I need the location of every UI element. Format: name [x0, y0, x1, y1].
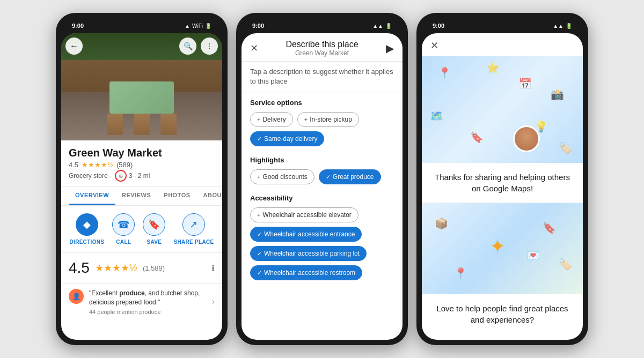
rating-big-row: 4.5 ★★★★½ (1,589) ℹ [69, 259, 215, 277]
save-label: SAVE [147, 239, 162, 245]
status-icons-1: ▲ WiFi 🔋 [185, 23, 211, 29]
share-button[interactable]: ↗ SHARE PLACE [173, 213, 214, 245]
describe-content: Service options + Delivery + In-store pi… [241, 92, 402, 340]
thanks-text-box-2: Love to help people find great places an… [422, 294, 583, 334]
highlights-section: Highlights + Good discounts ✓ Great prod… [241, 150, 402, 188]
place-info: Green Way Market 4.5 ★★★★½ (589) Grocery… [61, 140, 222, 187]
share-label: SHARE PLACE [173, 239, 214, 245]
review-chevron: › [212, 297, 215, 307]
service-chips: + Delivery + In-store pickup ✓ Same-day … [250, 112, 394, 146]
close-button[interactable]: ✕ [250, 42, 258, 54]
rating-row: 4.5 ★★★★½ (589) [69, 161, 215, 169]
more-button[interactable]: ⋮ [201, 38, 218, 55]
describe-header: ✕ Describe this place Green Way Market ▶ [241, 33, 402, 62]
chip-discounts[interactable]: + Good discounts [250, 169, 314, 184]
check-icon-3: ✓ [257, 231, 262, 238]
user-avatar [513, 125, 540, 152]
back-button[interactable] [65, 38, 83, 55]
highlights-chips: + Good discounts ✓ Great produce [250, 169, 394, 184]
place-meta: Grocery store · ⊕ 3 · 2 mi [69, 170, 215, 182]
rating-big-count: (1,589) [143, 264, 165, 272]
save-button[interactable]: 🔖 SAVE [143, 213, 165, 245]
call-icon: ☎ [112, 213, 135, 236]
chip-restroom-label: Wheelchair accessible restroom [264, 269, 355, 277]
chip-entrance[interactable]: ✓ Wheelchair accessible entrance [250, 227, 362, 242]
tabs-row: OVERVIEW REVIEWS PHOTOS ABOUT [61, 187, 222, 206]
accessibility-section: Accessibility + Wheelchair accessible el… [241, 188, 402, 284]
call-label: CALL [116, 239, 131, 245]
category: Grocery store [69, 172, 108, 180]
scatter2-4: 🔖 [543, 221, 556, 234]
photo-table [109, 81, 174, 114]
chip-delivery-label: Delivery [262, 116, 286, 123]
save-icon: 🔖 [143, 213, 165, 236]
scatter-icon-3: 🗺️ [430, 109, 443, 122]
scatter-icon-2: 📅 [518, 77, 532, 90]
thanks-text-box: Thanks for sharing and helping others on… [422, 163, 583, 203]
phone-2: 9:00 ▲▲ 🔋 ✕ Describe this place Green Wa… [236, 13, 408, 345]
thanks-illustration-top: 📍 📅 🗺️ 💡 📸 🔖 ⭐ 🏷️ [422, 56, 583, 163]
thanks-close-button[interactable]: ✕ [430, 40, 438, 51]
chip-parking[interactable]: ✓ Wheelchair accessible parking lot [250, 246, 367, 261]
scatter-icon-7: ⭐ [486, 61, 500, 74]
plus-icon: + [257, 116, 260, 123]
scatter2-1: 📦 [435, 217, 448, 230]
chip-restroom[interactable]: ✓ Wheelchair accessible restroom [250, 265, 362, 280]
search-button[interactable]: 🔍 [179, 38, 196, 55]
accessibility-title: Accessibility [250, 194, 394, 202]
photo-actions: 🔍 ⋮ [179, 38, 218, 55]
thanks-second-text: Love to help people find great places an… [433, 303, 572, 325]
distance: 3 · 2 mi [129, 172, 150, 180]
scatter-icons: 📍 📅 🗺️ 💡 📸 🔖 ⭐ 🏷️ [422, 56, 583, 163]
review-content: "Excellent produce, and butcher shop, de… [89, 289, 207, 315]
check-icon-2: ✓ [326, 174, 331, 181]
review-snippet[interactable]: 👤 "Excellent produce, and butcher shop, … [61, 284, 222, 320]
tab-photos[interactable]: PHOTOS [157, 187, 196, 205]
chair-3 [160, 114, 177, 135]
review-count: (589) [116, 161, 133, 169]
scatter-icon-1: 📍 [438, 66, 451, 79]
chair-1 [107, 114, 123, 135]
chip-delivery[interactable]: + Delivery [250, 112, 293, 127]
reviewer-avatar: 👤 [69, 289, 84, 304]
place-photo: 🔍 ⋮ [61, 33, 222, 140]
thanks-header: ✕ [422, 33, 583, 56]
rating-big-section: 4.5 ★★★★½ (1,589) ℹ [61, 253, 222, 284]
chip-instore[interactable]: + In-store pickup [297, 112, 359, 127]
share-icon: ↗ [182, 213, 205, 236]
describe-header-center: Describe this place Green Way Market [258, 40, 386, 57]
scatter-icon-5: 📸 [551, 88, 564, 101]
accessibility-chips: + Wheelchair accessible elevator ✓ Wheel… [250, 207, 394, 280]
directions-button[interactable]: ◆ DIRECTIONS [70, 213, 105, 245]
chip-produce[interactable]: ✓ Great produce [319, 169, 381, 184]
phone-3: 9:00 ▲▲ 🔋 ✕ 📍 📅 🗺️ 💡 📸 � [416, 13, 588, 345]
service-options-title: Service options [250, 99, 394, 107]
tab-about[interactable]: ABOUT [197, 187, 222, 205]
scatter2-5: 🏷️ [559, 258, 572, 271]
tab-reviews[interactable]: REVIEWS [115, 187, 157, 205]
send-button[interactable]: ▶ [386, 42, 394, 55]
scatter-icon-8: 🏷️ [559, 141, 572, 154]
review-mention: 44 people mention produce [89, 309, 207, 315]
chip-sameday[interactable]: ✓ Same-day delivery [250, 131, 324, 146]
chip-parking-label: Wheelchair accessible parking lot [264, 250, 360, 257]
status-icons-3: ▲▲ 🔋 [553, 23, 572, 29]
chair-2 [134, 114, 150, 135]
describe-title: Describe this place [258, 40, 386, 49]
call-button[interactable]: ☎ CALL [112, 213, 135, 245]
status-time-1: 9:00 [72, 23, 84, 29]
service-options-section: Service options + Delivery + In-store pi… [241, 92, 402, 150]
describe-subtitle: Green Way Market [258, 49, 386, 57]
chip-elevator[interactable]: + Wheelchair accessible elevator [250, 207, 358, 222]
status-icons-2: ▲▲ 🔋 [372, 23, 392, 29]
actions-row: ◆ DIRECTIONS ☎ CALL 🔖 SAVE ↗ SHARE PLACE [61, 206, 222, 253]
photo-chairs [107, 114, 177, 135]
status-time-2: 9:00 [252, 23, 264, 29]
check-icon-4: ✓ [257, 250, 262, 257]
tab-overview[interactable]: OVERVIEW [69, 187, 115, 205]
star-icon: ✦ [489, 235, 506, 258]
plus-icon-4: + [257, 212, 260, 218]
chip-sameday-label: Same-day delivery [264, 135, 317, 143]
phone-1: 9:00 ▲ WiFi 🔋 [56, 13, 228, 345]
info-icon[interactable]: ℹ [211, 263, 215, 273]
